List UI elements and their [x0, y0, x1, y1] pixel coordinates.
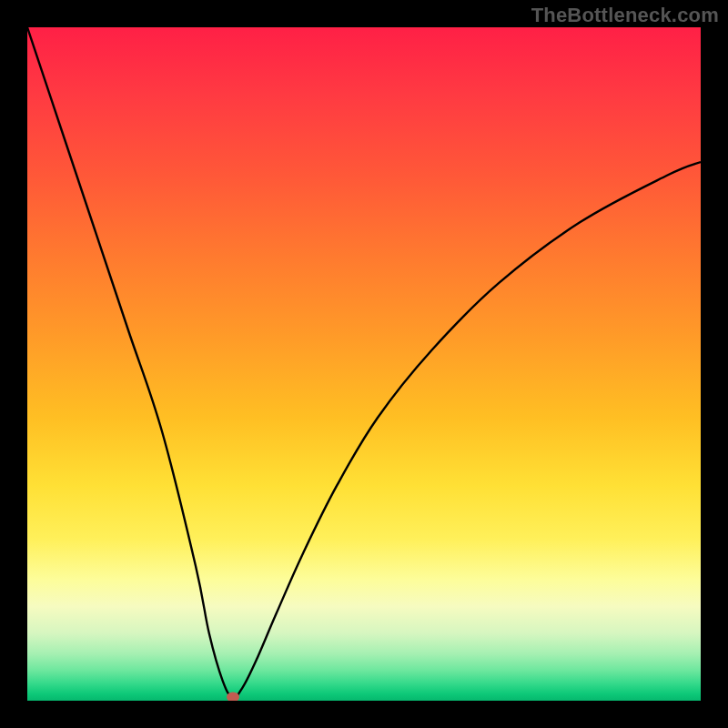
minimum-point-marker — [227, 693, 239, 701]
plot-area — [27, 27, 701, 701]
chart-frame: TheBottleneck.com — [0, 0, 728, 728]
watermark-label: TheBottleneck.com — [531, 4, 719, 27]
bottleneck-curve — [27, 27, 701, 701]
